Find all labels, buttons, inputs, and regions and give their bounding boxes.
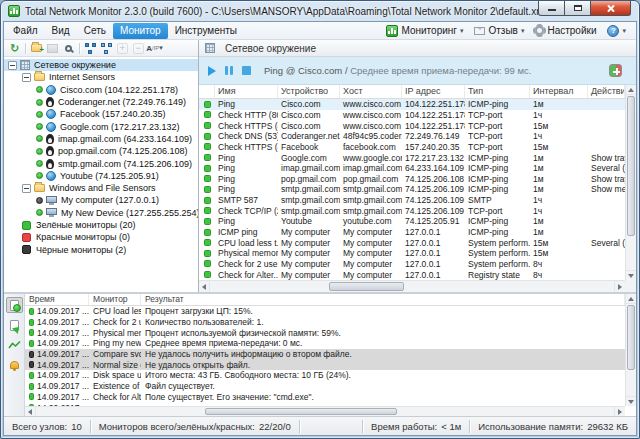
expand-toggle[interactable] bbox=[8, 61, 17, 70]
tree-item[interactable]: smtp.gmail.com (74.125.206.109) bbox=[4, 157, 198, 169]
tree-item[interactable]: Internet Sensors bbox=[4, 71, 198, 83]
scroll-down-icon[interactable] bbox=[626, 270, 636, 280]
column-header[interactable]: Устройство bbox=[278, 85, 340, 98]
start-monitor-icon[interactable] bbox=[208, 66, 216, 76]
network-scan-icon[interactable] bbox=[83, 41, 98, 55]
cell-result: Количество пользователей: 1. bbox=[141, 317, 625, 327]
add-monitor-button[interactable] bbox=[609, 64, 622, 77]
expand-toggle[interactable] bbox=[22, 73, 31, 82]
pause-monitor-icon[interactable] bbox=[225, 66, 233, 75]
log-row[interactable]: 14.09.2017 ...Physical memor...Процент и… bbox=[25, 327, 625, 338]
monitoring-menu[interactable]: Мониторинг▾ bbox=[382, 24, 467, 38]
log-vscrollbar[interactable] bbox=[625, 294, 636, 406]
column-header[interactable]: Тип bbox=[465, 85, 530, 98]
menu-item[interactable]: Вид bbox=[45, 23, 77, 39]
log-row[interactable]: 14.09.2017 ...Existence of th...Файл сущ… bbox=[25, 381, 625, 392]
log-column-header[interactable]: Время bbox=[25, 294, 89, 305]
cell-name: Ping bbox=[215, 99, 278, 109]
log-scroll-down-icon[interactable] bbox=[626, 396, 636, 406]
stop-monitor-icon[interactable] bbox=[242, 66, 251, 75]
scroll-right-icon[interactable] bbox=[614, 281, 625, 292]
scroll-up-icon[interactable] bbox=[626, 85, 636, 95]
notifications-icon[interactable] bbox=[6, 357, 23, 373]
feedback-menu[interactable]: Отзыв▾ bbox=[470, 24, 528, 37]
help-menu[interactable]: ?▾ bbox=[603, 24, 630, 38]
sort-mode-icon[interactable]: A/IP▾ bbox=[147, 41, 162, 55]
log-vscroll-thumb[interactable] bbox=[627, 305, 635, 370]
log-row[interactable]: 14.09.2017 ...Normal size of t...Не удал… bbox=[25, 359, 625, 370]
log-row[interactable]: 14.09.2017 ...Ping my new de...Среднее в… bbox=[25, 338, 625, 349]
minimize-button[interactable] bbox=[538, 1, 565, 16]
monitor-vscrollbar[interactable] bbox=[625, 85, 636, 280]
menu-item[interactable]: Файл bbox=[6, 23, 45, 39]
monitor-row[interactable]: CPU load less t...My computerMy computer… bbox=[199, 237, 625, 248]
monitor-row[interactable]: PingGoogle.comwww.google.com172.217.23.1… bbox=[199, 152, 625, 163]
tree-item[interactable]: Coderanger.net (72.249.76.149) bbox=[4, 96, 198, 108]
hscroll-thumb[interactable] bbox=[329, 282, 404, 291]
tree-item[interactable]: Youtube (74.125.205.91) bbox=[4, 170, 198, 182]
statistics-icon[interactable] bbox=[6, 337, 23, 353]
tree-item[interactable]: Красные мониторы (0) bbox=[4, 231, 198, 243]
activity-log-icon[interactable] bbox=[6, 297, 23, 313]
monitor-hscrollbar[interactable] bbox=[199, 280, 625, 292]
log-scroll-left-icon[interactable] bbox=[25, 407, 36, 416]
search-device-icon[interactable] bbox=[61, 41, 76, 55]
tree-item[interactable]: Google.com (172.217.23.132) bbox=[4, 120, 198, 132]
column-header[interactable]: Интервал bbox=[530, 85, 588, 98]
monitor-row[interactable]: Check HTTP (80)Cisco.comwww.cisco.com104… bbox=[199, 110, 625, 121]
close-button[interactable] bbox=[591, 1, 631, 16]
column-header[interactable]: Имя bbox=[215, 85, 278, 98]
monitor-row[interactable]: ICMP pingMy computerMy computer127.0.0.1… bbox=[199, 227, 625, 238]
monitor-row[interactable]: Check for 2 use...My computerMy computer… bbox=[199, 259, 625, 270]
log-hscroll-thumb[interactable] bbox=[205, 408, 397, 415]
vscroll-thumb[interactable] bbox=[627, 96, 635, 236]
log-row[interactable]: 14.09.2017 ...Check for 2 use...Количест… bbox=[25, 317, 625, 328]
log-scroll-right-icon[interactable] bbox=[614, 407, 625, 416]
maximize-button[interactable] bbox=[565, 1, 591, 16]
scroll-left-icon[interactable] bbox=[199, 281, 210, 292]
tree-item[interactable]: My New Device (127.255.255.254) bbox=[4, 207, 198, 219]
monitor-row[interactable]: Pingpop.gmail.compop.gmail.com74.125.206… bbox=[199, 173, 625, 184]
tree-item[interactable]: Facebook (157.240.20.35) bbox=[4, 108, 198, 120]
monitor-row[interactable]: Pingimap.gmail.comimap.gmail.com64.233.1… bbox=[199, 163, 625, 174]
log-hscrollbar[interactable] bbox=[25, 406, 625, 416]
titlebar[interactable]: Total Network Monitor 2.3.0 (build 7600)… bbox=[1, 1, 639, 21]
network-rescan-icon[interactable] bbox=[99, 41, 114, 55]
tree-item[interactable]: imap.gmail.com (64.233.164.109) bbox=[4, 133, 198, 145]
monitor-row[interactable]: PingYoutubeyoutube.com74.125.205.91ICMP-… bbox=[199, 216, 625, 227]
add-group-icon[interactable] bbox=[29, 41, 44, 55]
monitor-row[interactable]: Pingsmtp.gmail.comsmtp.gmail.com74.125.2… bbox=[199, 184, 625, 195]
tree-item[interactable]: My computer (127.0.0.1) bbox=[4, 194, 198, 206]
settings-menu[interactable]: Настройки bbox=[531, 24, 600, 37]
log-row[interactable]: 14.09.2017 ...CPU load less t...Процент … bbox=[25, 306, 625, 317]
tree-item[interactable]: Сетевое окружение bbox=[4, 59, 198, 71]
monitor-row[interactable]: SMTP 587smtp.gmail.comsmtp.gmail.com74.1… bbox=[199, 195, 625, 206]
monitor-row[interactable]: Check DNS (53)Coderanger.net48f94c95.cod… bbox=[199, 131, 625, 142]
column-header[interactable]: Хост bbox=[340, 85, 402, 98]
log-row[interactable]: 14.09.2017 ...Compare svcho...Не удалось… bbox=[25, 349, 625, 360]
monitor-row[interactable]: Physical memor...My computerMy computer1… bbox=[199, 248, 625, 259]
menu-item[interactable]: Монитор bbox=[113, 23, 168, 39]
tree-item[interactable]: Чёрные мониторы (2) bbox=[4, 243, 198, 255]
menu-item[interactable]: Инструменты bbox=[168, 23, 244, 39]
monitor-row[interactable]: Check for Alter...My computerMy computer… bbox=[199, 269, 625, 280]
column-header[interactable]: IP адрес bbox=[402, 85, 465, 98]
log-column-header[interactable]: Результат bbox=[141, 294, 625, 305]
monitor-row[interactable]: PingCisco.comwww.cisco.com104.122.251.17… bbox=[199, 99, 625, 110]
monitor-row[interactable]: Check HTTPS (4...Facebookfacebook.com157… bbox=[199, 142, 625, 153]
column-header[interactable]: Действия bbox=[588, 85, 625, 98]
log-row[interactable]: 14.09.2017 ...Check for Alter...Поле сущ… bbox=[25, 392, 625, 403]
menu-item[interactable]: Сеть bbox=[77, 23, 113, 39]
tree-item[interactable]: pop.gmail.com (74.125.206.108) bbox=[4, 145, 198, 157]
tree-item[interactable]: Windows and File Sensors bbox=[4, 182, 198, 194]
log-scroll-up-icon[interactable] bbox=[626, 294, 636, 304]
tree-item[interactable]: Cisco.com (104.122.251.178) bbox=[4, 84, 198, 96]
tree-item[interactable]: Зелёные мониторы (20) bbox=[4, 219, 198, 231]
journal-icon[interactable] bbox=[6, 317, 23, 333]
log-row[interactable]: 14.09.2017 ...Disk space usag...Итого ме… bbox=[25, 370, 625, 381]
refresh-network-icon[interactable]: ↻ bbox=[7, 41, 22, 55]
monitor-row[interactable]: Check HTTPS (4...Cisco.comwww.cisco.com1… bbox=[199, 120, 625, 131]
expand-toggle[interactable] bbox=[22, 184, 31, 193]
monitor-row[interactable]: Check TCP/IP (25)smtp.gmail.comsmtp.gmai… bbox=[199, 205, 625, 216]
log-column-header[interactable]: Монитор bbox=[89, 294, 141, 305]
